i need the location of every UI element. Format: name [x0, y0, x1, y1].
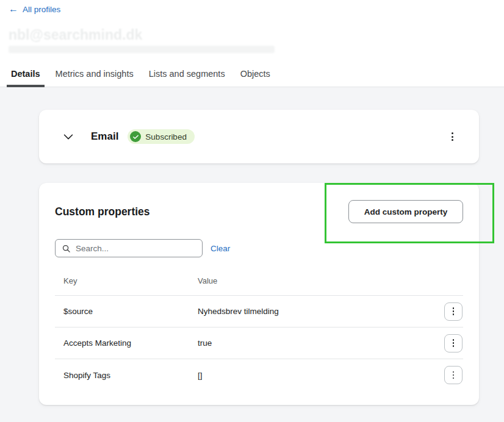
table-row: Accepts Marketing true	[55, 327, 463, 359]
property-key: Shopify Tags	[55, 371, 198, 380]
search-row: Clear	[39, 239, 479, 257]
custom-properties-title: Custom properties	[55, 206, 150, 218]
search-input-wrapper	[55, 239, 203, 257]
add-custom-property-button[interactable]: Add custom property	[348, 200, 463, 223]
property-key: $source	[55, 307, 198, 316]
property-key: Accepts Marketing	[55, 338, 198, 348]
tab-metrics-and-insights[interactable]: Metrics and insights	[51, 60, 138, 87]
kebab-menu-icon	[453, 371, 455, 379]
back-arrow-icon: ←	[9, 4, 18, 14]
chevron-down-icon	[62, 130, 75, 143]
tab-bar: Details Metrics and insights Lists and s…	[7, 60, 281, 87]
table-row: Shopify Tags []	[55, 359, 463, 391]
subscribed-status-badge: Subscribed	[128, 129, 195, 144]
kebab-menu-icon	[453, 339, 455, 347]
email-card: Email Subscribed	[39, 110, 479, 163]
search-input[interactable]	[76, 244, 196, 253]
kebab-menu-icon	[453, 307, 455, 315]
column-header-value: Value	[198, 276, 463, 285]
back-link[interactable]: ← All profiles	[9, 4, 60, 14]
main-content: Email Subscribed Custom properties Add c…	[0, 87, 504, 422]
row-menu-button[interactable]	[444, 366, 463, 384]
row-menu-button[interactable]	[444, 302, 463, 321]
back-link-label: All profiles	[23, 5, 60, 14]
profile-subtitle-redacted	[9, 46, 275, 53]
kebab-menu-icon	[452, 132, 453, 141]
property-value: []	[198, 371, 444, 380]
email-card-collapse-button[interactable]	[61, 129, 76, 144]
custom-properties-table: Key Value $source Nyhedsbrev tilmelding …	[55, 276, 463, 391]
search-icon	[62, 244, 71, 253]
property-value: true	[198, 338, 444, 348]
property-value: Nyhedsbrev tilmelding	[198, 307, 444, 316]
status-badge-label: Subscribed	[145, 132, 187, 141]
tab-lists-and-segments[interactable]: Lists and segments	[145, 60, 229, 87]
column-header-key: Key	[55, 276, 198, 285]
table-row: $source Nyhedsbrev tilmelding	[55, 296, 463, 327]
tab-details[interactable]: Details	[7, 60, 45, 87]
email-card-title: Email	[91, 131, 118, 143]
email-card-menu-button[interactable]	[449, 130, 456, 143]
clear-link[interactable]: Clear	[211, 244, 230, 253]
tab-objects[interactable]: Objects	[236, 60, 275, 87]
profile-title-redacted: nbl@searchmind.dk	[9, 27, 142, 43]
row-menu-button[interactable]	[444, 334, 463, 352]
custom-properties-header: Custom properties Add custom property	[39, 183, 479, 223]
check-circle-icon	[130, 131, 141, 142]
table-header-row: Key Value	[55, 276, 463, 296]
custom-properties-card: Custom properties Add custom property Cl…	[39, 183, 479, 405]
page-header: ← All profiles nbl@searchmind.dk Details…	[0, 0, 504, 87]
